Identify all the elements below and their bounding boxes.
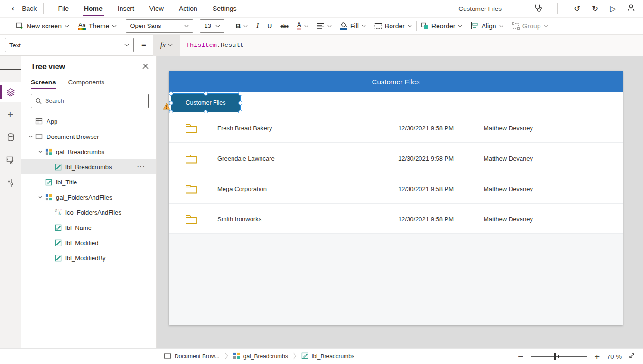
tree-item-label: lbl_Title [56, 179, 77, 186]
data-sources-button[interactable] [0, 127, 21, 148]
redo-icon[interactable]: ↻ [590, 4, 600, 13]
tree-item-gal_Breadcrumbs[interactable]: gal_Breadcrumbs [21, 144, 156, 159]
tree-item-lbl_Breadcrumbs[interactable]: lbl_Breadcrumbs··· [21, 159, 156, 174]
breadcrumb-item-DocumentBrow[interactable]: Document Brow... [164, 353, 220, 361]
search-input[interactable] [45, 98, 144, 104]
underline-icon: U [267, 22, 272, 30]
formula-input[interactable]: ThisItem.Result [180, 35, 643, 56]
theme-button[interactable]: Aa Theme [74, 18, 121, 35]
gallery-row[interactable]: Greendale Lawncare12/30/2021 9:58 PMMatt… [169, 143, 623, 173]
border-button[interactable]: Border [370, 18, 416, 35]
chevron-down-icon [215, 25, 220, 27]
underline-button[interactable]: U [263, 18, 276, 35]
resize-handle[interactable] [169, 91, 173, 96]
tree-item-label: gal_FoldersAndFiles [56, 194, 112, 201]
file-modified-by: Matthew Devaney [484, 185, 533, 192]
text-align-button[interactable] [313, 18, 336, 35]
menu-settings[interactable]: Settings [205, 0, 244, 17]
resize-handle[interactable] [238, 101, 242, 105]
hamburger-menu-button[interactable] [0, 59, 21, 80]
app-checker-icon[interactable] [532, 3, 543, 14]
breadcrumb-gallery-row[interactable]: Customer Files [169, 92, 623, 113]
tree-item-lbl_Name[interactable]: lbl_Name [21, 220, 156, 235]
insert-button[interactable]: + [0, 104, 21, 125]
tree-item-ico_FoldersAndFiles[interactable]: ⊘♡+↻ico_FoldersAndFiles [21, 205, 156, 220]
advanced-tools-button[interactable] [0, 173, 21, 193]
folder-icon [185, 183, 197, 196]
fill-button[interactable]: Fill [336, 18, 370, 35]
tab-components[interactable]: Components [68, 79, 105, 89]
media-button[interactable] [0, 150, 21, 171]
chevron-down-icon [362, 25, 366, 27]
undo-icon[interactable]: ↺ [572, 4, 582, 13]
zoom-in-button[interactable]: + [594, 352, 600, 361]
file-modified-by: Matthew Devaney [484, 155, 533, 162]
tree-item-lbl_Modified[interactable]: lbl_Modified [21, 235, 156, 250]
font-color-button[interactable]: A [293, 18, 313, 35]
file-modified-by: Matthew Devaney [484, 125, 533, 132]
zoom-out-button[interactable]: − [517, 352, 523, 361]
warning-icon[interactable] [163, 103, 170, 111]
tree-item-label: lbl_Name [65, 224, 92, 231]
file-name: Greendale Lawncare [217, 155, 275, 162]
search-icon [35, 98, 42, 104]
align-button[interactable]: Align [466, 18, 507, 35]
border-icon [374, 23, 382, 29]
italic-button[interactable]: I [252, 18, 263, 35]
back-button[interactable]: ← Back [11, 5, 37, 13]
file-modified-by: Matthew Devaney [484, 216, 533, 223]
menu-file[interactable]: File [50, 0, 76, 17]
menu-view[interactable]: View [142, 0, 171, 17]
media-icon [6, 156, 15, 164]
tree-item-Document Browser[interactable]: Document Browser [21, 129, 156, 144]
fullscreen-icon[interactable] [628, 352, 635, 361]
bold-icon: B [235, 22, 241, 30]
chevron-down-icon[interactable] [37, 195, 44, 200]
gallery-row[interactable]: Fresh Bread Bakery12/30/2021 9:58 PMMatt… [169, 113, 623, 143]
file-name: Mega Corporation [217, 185, 267, 192]
play-preview-icon[interactable]: ▷ [608, 4, 618, 13]
tree-view-button[interactable] [0, 82, 21, 102]
share-person-add-icon[interactable] [626, 3, 636, 14]
breadcrumb-item-gal_Breadcrumbs[interactable]: gal_Breadcrumbs [233, 352, 288, 361]
chevron-down-icon[interactable] [37, 149, 44, 154]
chevron-down-icon[interactable] [27, 134, 35, 139]
new-screen-icon [16, 22, 24, 30]
selected-breadcrumb-label[interactable]: Customer Files [171, 93, 241, 112]
resize-handle[interactable] [204, 91, 208, 96]
search-box[interactable] [31, 94, 149, 108]
more-options-button[interactable]: ··· [137, 164, 146, 170]
canvas-title-bar[interactable]: Customer Files [169, 71, 623, 92]
zoom-slider-handle[interactable] [554, 353, 556, 360]
menu-home[interactable]: Home [76, 0, 110, 17]
close-icon[interactable] [142, 63, 149, 71]
font-family-select[interactable]: Open Sans [126, 19, 193, 33]
tree-item-lbl_ModifiedBy[interactable]: lbl_ModifiedBy [21, 250, 156, 265]
menu-action[interactable]: Action [171, 0, 205, 17]
gallery-row[interactable]: Smith Ironworks12/30/2021 9:58 PMMatthew… [169, 204, 623, 234]
fx-button[interactable]: fx [153, 35, 180, 56]
breadcrumb-label-text: Customer Files [186, 100, 225, 106]
chevron-down-icon [544, 25, 548, 27]
folder-icon [185, 153, 197, 165]
strikethrough-button[interactable]: abc [276, 18, 292, 35]
tab-screens[interactable]: Screens [31, 79, 56, 89]
breadcrumb-item-lbl_Breadcrumbs[interactable]: lbl_Breadcrumbs [301, 352, 354, 361]
new-screen-button[interactable]: New screen [11, 18, 74, 35]
reorder-button[interactable]: Reorder [417, 18, 467, 35]
folder-icon [185, 214, 197, 226]
font-size-select[interactable]: 13 [200, 19, 224, 33]
bold-button[interactable]: B [231, 18, 252, 35]
tree-item-App[interactable]: App [21, 114, 156, 129]
zoom-slider[interactable] [531, 356, 587, 357]
divider [557, 3, 558, 14]
app-canvas[interactable]: Customer Files Customer Files Fresh Brea… [169, 71, 623, 325]
menu-insert[interactable]: Insert [110, 0, 142, 17]
gallery-row[interactable]: Mega Corporation12/30/2021 9:58 PMMatthe… [169, 173, 623, 204]
property-select[interactable]: Text [5, 38, 134, 52]
tree-item-lbl_Title[interactable]: lbl_Title [21, 174, 156, 190]
group-button: Group [508, 18, 552, 35]
tree-item-gal_FoldersAndFiles[interactable]: gal_FoldersAndFiles [21, 190, 156, 205]
equals-sign: = [141, 40, 146, 50]
resize-handle[interactable] [238, 91, 242, 96]
